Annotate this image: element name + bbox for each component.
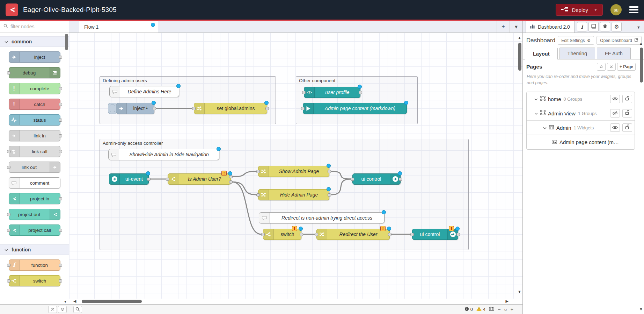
pages-collapse-button[interactable]	[597, 63, 606, 71]
node-ui-control-bottom[interactable]: ui control!	[412, 229, 458, 240]
toggle-visibility-button[interactable]	[610, 123, 620, 132]
node-comment-redirect[interactable]: Redirect is non-admin trying direct acce…	[259, 212, 385, 223]
output-port[interactable]	[59, 134, 62, 137]
sidebar-scroll-down-icon[interactable]: ▼	[639, 307, 643, 311]
palette-node-link-out[interactable]: link out	[9, 162, 60, 173]
node-set-global-admins[interactable]: set global.admins	[194, 103, 267, 114]
palette-node-project-call[interactable]: project call	[9, 224, 60, 236]
palette-node-project-out[interactable]: project out	[9, 209, 60, 220]
input-port[interactable]	[7, 279, 10, 283]
palette-category-common[interactable]: common	[0, 36, 69, 47]
output-port[interactable]	[59, 264, 62, 267]
sidebar-tool-bug-icon[interactable]	[600, 22, 610, 31]
palette-node-status[interactable]: status	[9, 114, 60, 126]
info-count[interactable]: 0	[464, 307, 473, 312]
add-page-button[interactable]: + Page	[617, 63, 636, 71]
sidebar-scrollbar[interactable]	[640, 48, 643, 83]
palette-node-inject[interactable]: inject	[9, 51, 60, 63]
node-red-logo-icon[interactable]	[6, 3, 18, 16]
palette-scrollbar[interactable]	[65, 34, 68, 50]
palette-node-project-in[interactable]: project in	[9, 193, 60, 204]
main-menu-button[interactable]	[629, 6, 638, 13]
input-port[interactable]	[192, 107, 196, 110]
output-port[interactable]	[59, 150, 62, 153]
input-port[interactable]	[261, 233, 265, 236]
canvas-horizontal-scrollbar[interactable]	[82, 300, 142, 303]
tree-row-home[interactable]: home0 Groups	[527, 92, 635, 106]
input-port[interactable]	[7, 229, 10, 232]
node-switch-node[interactable]: switch!	[263, 229, 301, 240]
palette-node-link-call[interactable]: link call	[9, 146, 60, 157]
wire-hide-admin-page-to-ui-control-top[interactable]	[331, 179, 351, 195]
input-port[interactable]	[301, 107, 305, 110]
sidebar-tool-gear-icon[interactable]: ⚙	[612, 22, 622, 31]
output-port[interactable]	[328, 193, 331, 197]
deploy-button[interactable]: Deploy ▼	[556, 4, 603, 16]
palette-collapse-all-button[interactable]	[48, 306, 57, 313]
input-port[interactable]	[256, 170, 260, 173]
flow-list-button[interactable]: ▾	[510, 21, 522, 33]
toggle-lock-button[interactable]	[622, 109, 632, 117]
node-ui-event[interactable]: ui-event	[109, 173, 149, 185]
deploy-options-caret-icon[interactable]: ▼	[594, 8, 598, 12]
node-inject-1[interactable]: inject ¹	[116, 103, 154, 114]
chevron-down-icon[interactable]	[534, 110, 538, 116]
output-port[interactable]	[59, 197, 62, 200]
palette-filter-input[interactable]: filter nodes	[0, 21, 69, 33]
canvas-scroll-left-icon[interactable]: ◀	[73, 299, 76, 304]
tab-layout[interactable]: Layout	[525, 48, 558, 59]
chevron-down-icon[interactable]	[543, 124, 547, 131]
add-flow-button[interactable]: +	[497, 21, 510, 33]
wire-is-admin-user-to-switch-node[interactable]	[233, 182, 261, 235]
input-port[interactable]	[256, 193, 260, 197]
tab-ff-auth[interactable]: FF Auth	[597, 48, 631, 59]
inject-button[interactable]	[108, 103, 116, 114]
output-port[interactable]	[388, 233, 391, 236]
tree-row-admin-view[interactable]: Admin View1 Groups	[527, 106, 635, 121]
output-port[interactable]	[59, 56, 62, 59]
output-port[interactable]	[359, 91, 362, 94]
wire-is-admin-user-to-hide-admin-page[interactable]	[233, 182, 256, 195]
tree-row-admin[interactable]: Admin1 Widgets	[527, 121, 635, 135]
output-port[interactable]	[59, 87, 62, 90]
warning-count[interactable]: 4	[476, 307, 485, 312]
tab-dashboard-2[interactable]: Dashboard 2.0	[526, 21, 575, 33]
input-port[interactable]	[7, 264, 10, 267]
sidebar-tabs-caret-icon[interactable]: ▼	[637, 25, 641, 29]
node-ui-control-top[interactable]: ui control	[352, 173, 401, 185]
output-port[interactable]	[399, 178, 402, 181]
user-avatar[interactable]: su	[610, 4, 622, 15]
palette-node-catch[interactable]: !catch	[9, 99, 60, 110]
output-port[interactable]	[153, 107, 156, 110]
node-comment-define-admins[interactable]: Define Admins Here	[109, 86, 179, 97]
input-port[interactable]	[302, 91, 306, 94]
output-port[interactable]	[59, 103, 62, 106]
palette-node-link-in[interactable]: link in	[9, 130, 60, 141]
tree-row-admin-page-content-m[interactable]: Admin page content (m…	[527, 135, 635, 149]
wire-is-admin-user-to-show-admin-page[interactable]	[233, 171, 256, 177]
output-port[interactable]	[59, 229, 62, 232]
navigator-map-icon[interactable]	[489, 307, 494, 312]
input-port[interactable]	[7, 213, 10, 216]
output-port[interactable]	[300, 233, 303, 236]
sidebar-scroll-up-icon[interactable]: ▲	[639, 41, 643, 45]
pages-expand-button[interactable]	[607, 63, 616, 71]
open-dashboard-button[interactable]: Open Dashboard	[597, 36, 641, 45]
toggle-visibility-button[interactable]	[610, 109, 620, 117]
zoom-in-button[interactable]: +	[511, 307, 513, 312]
sidebar-tool-book-icon[interactable]	[588, 22, 599, 31]
tab-theming[interactable]: Theming	[559, 48, 595, 59]
canvas-search-button[interactable]	[73, 306, 82, 313]
output-port[interactable]	[147, 178, 151, 181]
chevron-down-icon[interactable]	[534, 96, 538, 102]
flow-canvas[interactable]: Defining admin usersOther componentAdmin…	[69, 33, 522, 299]
palette-node-debug[interactable]: debug	[9, 67, 60, 78]
output-port[interactable]	[59, 119, 62, 122]
output-port[interactable]	[59, 279, 62, 283]
palette-category-function[interactable]: function	[0, 244, 69, 255]
output-port-2[interactable]	[229, 180, 233, 184]
node-admin-page-content[interactable]: Admin page content (markdown)	[303, 103, 407, 114]
output-port[interactable]	[456, 233, 460, 236]
palette-scroll-down-icon[interactable]: ▼	[64, 300, 67, 304]
input-port[interactable]	[7, 166, 10, 169]
